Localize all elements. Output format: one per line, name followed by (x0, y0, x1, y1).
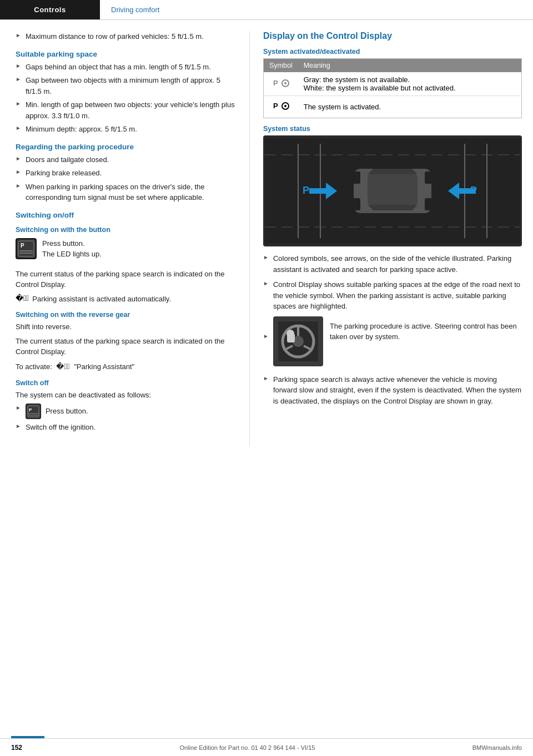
parking-symbol-gray-icon: ��⃣ (56, 362, 69, 371)
intro-bullet-text: Maximum distance to row of parked vehicl… (26, 31, 204, 42)
parking-bullet-4: ► Minimum depth: approx. 5 ft/1.5 m. (16, 124, 238, 135)
table-meaning-1: Gray: the system is not available. White… (298, 72, 522, 96)
system-status-bullet-1-text: Colored symbols, see arrows, on the side… (273, 253, 522, 275)
regarding-bullet-2: ► Parking brake released. (16, 168, 238, 179)
car-top-view-image: P P (263, 135, 522, 246)
shift-into-reverse: Shift into reverse. (16, 321, 238, 332)
bullet-arrow-icon: ► (16, 155, 21, 162)
switching-on-button-subheading: Switching on with the button (16, 226, 238, 234)
bullet-arrow-icon: ► (263, 375, 269, 381)
svg-point-10 (284, 82, 286, 84)
bullet-arrow-icon: ► (16, 423, 21, 429)
table-row: P The system is activated. (264, 96, 522, 118)
system-status-bullet-3-text: Parking space search is always active wh… (273, 374, 522, 407)
switching-para1: The current status of the parking space … (16, 269, 238, 290)
p-gear-gray-symbol: P (272, 77, 290, 90)
bullet-arrow-icon: ► (263, 333, 269, 339)
meaning-1-line1: Gray: the system is not available. (304, 75, 516, 84)
small-parking-btn-svg: P (27, 405, 39, 417)
parking-bullet-3: ► Min. length of gap between two objects… (16, 99, 238, 121)
switch-off-bullet-2-text: Switch off the ignition. (26, 422, 95, 433)
svg-rect-28 (425, 198, 433, 210)
footer-edition-text: Online Edition for Part no. 01 40 2 964 … (179, 744, 315, 751)
bullet-arrow-icon: ► (16, 169, 21, 175)
svg-text:P: P (303, 185, 309, 196)
switch-off-subheading: Switch off (16, 379, 238, 387)
system-activated-subheading: System activated/deactivated (263, 48, 522, 56)
suitable-parking-heading: Suitable parking space (16, 50, 238, 58)
bullet-arrow-icon: ► (16, 405, 21, 411)
parking-bullet-2-text: Gap between two objects with a minimum l… (26, 75, 238, 97)
bullet-arrow-icon: ► (16, 63, 21, 69)
controls-label: Controls (34, 6, 66, 14)
switch-off-bullet-1-text: Press button. (46, 406, 88, 417)
bullet-arrow-icon: ► (16, 76, 21, 82)
parking-assistant-text: "Parking Assistant" (74, 362, 134, 371)
svg-text:P: P (21, 243, 24, 249)
page-number: 152 (11, 744, 22, 752)
symbol-cell-2: P (264, 96, 298, 118)
footer-site: BMWmanuals.info (472, 744, 522, 751)
bullet-arrow-icon: ► (263, 280, 269, 286)
svg-rect-27 (425, 172, 433, 184)
press-button-section: P Press button. The LED lights up. (16, 238, 238, 264)
header-controls-tab: Controls (0, 0, 100, 19)
press-button-text-block: Press button. The LED lights up. (42, 238, 102, 260)
steering-wheel-image (273, 316, 323, 366)
meaning-1-line2: White: the system is available but not a… (304, 84, 516, 92)
auto-activate-text: Parking assistant is activated automatic… (32, 294, 171, 305)
regarding-bullet-2-text: Parking brake released. (26, 168, 102, 179)
parking-bullet-1-text: Gaps behind an object that has a min. le… (26, 62, 211, 73)
bullet-arrow-icon: ► (16, 100, 21, 107)
page-footer: 152 Online Edition for Part no. 01 40 2 … (0, 738, 533, 756)
regarding-bullet-1-text: Doors and tailgate closed. (26, 154, 109, 165)
system-status-bullet-1: ► Colored symbols, see arrows, on the si… (263, 253, 522, 275)
switch-off-btn-container: P Press button. (26, 404, 88, 419)
svg-rect-25 (353, 172, 360, 184)
right-column: Display on the Control Display System ac… (250, 31, 533, 447)
left-column: ► Maximum distance to row of parked vehi… (0, 31, 250, 447)
table-col1-header: Symbol (264, 59, 298, 73)
svg-rect-22 (368, 174, 418, 205)
system-status-bullet-2-text: Control Display shows suitable parking s… (273, 279, 522, 312)
regarding-bullet-3: ► When parking in parking spaces on the … (16, 182, 238, 203)
display-control-heading: Display on the Control Display (263, 31, 522, 41)
switching-on-off-heading: Switching on/off (16, 211, 238, 219)
system-status-bullet-3: ► Parking space search is always active … (263, 374, 522, 407)
footer-accent-bar (11, 736, 44, 738)
table-row: P Gray: the system is not available. Whi… (264, 72, 522, 96)
small-parking-button-icon: P (26, 404, 41, 419)
parking-bullet-4-text: Minimum depth: approx. 5 ft/1.5 m. (26, 124, 137, 135)
parking-symbol-icon: ��⃣ (16, 294, 29, 303)
steering-content: The parking procedure is active. Steerin… (273, 316, 522, 370)
switch-off-bullet-2: ► Switch off the ignition. (16, 422, 238, 433)
svg-point-13 (284, 105, 286, 107)
svg-marker-24 (368, 205, 418, 210)
svg-text:P: P (29, 407, 32, 412)
press-button-line2: The LED lights up. (42, 249, 102, 260)
car-parking-svg: P P (265, 138, 520, 244)
svg-text:P: P (470, 185, 477, 196)
steering-wheel-bullet: ► (263, 316, 522, 370)
reverse-para2: To activate: ��⃣ "Parking Assistant" (16, 361, 238, 372)
page-header: Controls Driving comfort (0, 0, 533, 20)
bullet-arrow-icon: ► (16, 125, 21, 131)
header-driving-comfort-tab: Driving comfort (100, 0, 159, 19)
steering-wheel-svg (278, 321, 318, 361)
system-status-bullet-2: ► Control Display shows suitable parking… (263, 279, 522, 312)
svg-text:P: P (273, 102, 278, 110)
system-status-subheading: System status (263, 125, 522, 133)
p-gear-white-symbol: P (272, 99, 290, 113)
regarding-bullet-1: ► Doors and tailgate closed. (16, 154, 238, 165)
to-activate-text: To activate: (16, 362, 52, 371)
table-col2-header: Meaning (298, 59, 522, 73)
bullet-arrow-icon: ► (16, 32, 21, 38)
bullet-arrow-icon: ► (16, 183, 21, 189)
steering-text: The parking procedure is active. Steerin… (330, 321, 522, 342)
svg-marker-23 (368, 169, 418, 174)
regarding-bullet-3-text: When parking in parking spaces on the dr… (26, 182, 238, 203)
reverse-para1: The current status of the parking space … (16, 336, 238, 357)
switch-off-bullet-1: ► P Press button. (16, 404, 238, 419)
auto-activate-bullet: ��⃣ Parking assistant is activated autom… (16, 294, 238, 305)
driving-comfort-label: Driving comfort (111, 6, 159, 14)
